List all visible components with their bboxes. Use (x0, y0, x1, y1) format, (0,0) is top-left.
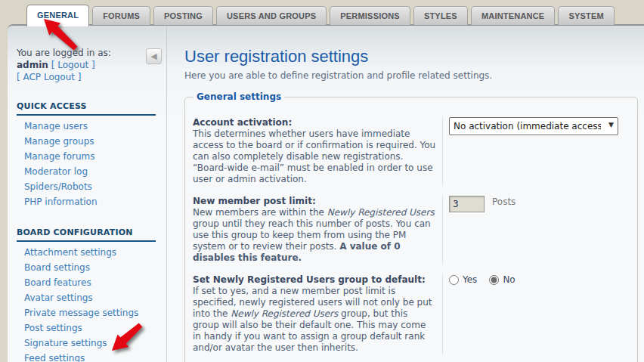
acp-logout-link[interactable]: [ ACP Logout ] (17, 72, 82, 82)
new-member-post-limit-desc: New members are within the Newly Registe… (193, 207, 436, 264)
tab-permissions[interactable]: PERMISSIONS (330, 6, 410, 25)
board-configuration-title: BOARD CONFIGURATION (17, 227, 156, 242)
tab-system[interactable]: SYSTEM (558, 6, 614, 25)
acp-panel: ◀ You are logged in as: admin [ Logout ]… (8, 24, 644, 362)
sidebar-item-moderator-log[interactable]: Moderator log (17, 164, 156, 179)
sidebar-item-manage-forums[interactable]: Manage forums (17, 149, 156, 164)
annotation-arrow-user-registration-settings (104, 320, 147, 358)
sidebar-item-board-features[interactable]: Board features (17, 275, 156, 290)
new-member-post-limit-input[interactable] (449, 196, 485, 212)
sidebar-item-attachment-settings[interactable]: Attachment settings (17, 245, 156, 260)
row-new-member-post-limit: New member post limit: New members are w… (193, 196, 630, 264)
set-default-group-desc: If set to yes, and a new member post lim… (193, 286, 436, 354)
set-default-no-option[interactable]: No (489, 274, 515, 285)
logout-link[interactable]: [ Logout ] (51, 60, 95, 70)
quick-access-section: QUICK ACCESS Manage users Manage groups … (17, 101, 156, 209)
sidebar-item-spiders-robots[interactable]: Spiders/Robots (17, 179, 156, 194)
set-default-no-radio[interactable] (489, 275, 499, 285)
page-title: User registration settings (184, 47, 639, 67)
sidebar-item-private-message-settings[interactable]: Private message settings (17, 305, 156, 320)
annotation-arrow-general-tab (38, 14, 80, 53)
general-settings-legend: General settings (194, 91, 284, 102)
row-account-activation: Account activation: This determines whet… (193, 117, 630, 185)
new-member-post-limit-label: New member post limit: (193, 196, 436, 207)
row-set-newly-registered-default: Set Newly Registered Users group to defa… (193, 274, 630, 354)
collapse-sidebar-button[interactable]: ◀ (146, 48, 162, 64)
general-settings-fieldset: General settings Account activation: Thi… (184, 91, 638, 362)
set-default-group-label: Set Newly Registered Users group to defa… (193, 274, 436, 286)
sidebar-item-avatar-settings[interactable]: Avatar settings (17, 290, 156, 305)
sidebar-item-manage-groups[interactable]: Manage groups (17, 134, 156, 149)
sidebar-item-board-settings[interactable]: Board settings (17, 260, 156, 275)
acp-tab-bar: GENERAL FORUMS POSTING USERS AND GROUPS … (26, 5, 644, 25)
tab-forums[interactable]: FORUMS (92, 6, 150, 25)
account-activation-label: Account activation: (193, 117, 436, 128)
quick-access-title: QUICK ACCESS (17, 101, 156, 116)
tab-posting[interactable]: POSTING (153, 6, 213, 25)
sidebar: ◀ You are logged in as: admin [ Logout ]… (8, 26, 167, 362)
page-subtitle: Here you are able to define registration… (184, 70, 639, 81)
set-default-yes-radio[interactable] (449, 275, 459, 285)
posts-unit-label: Posts (492, 196, 516, 207)
tab-styles[interactable]: STYLES (413, 6, 468, 25)
set-default-yes-option[interactable]: Yes (449, 274, 477, 285)
account-activation-select[interactable]: No activation (immediate access) (449, 117, 618, 135)
logged-in-username: admin (17, 60, 48, 70)
main-content: User registration settings Here you are … (168, 26, 644, 362)
tab-users-and-groups[interactable]: USERS AND GROUPS (216, 6, 327, 25)
sidebar-item-php-information[interactable]: PHP information (17, 194, 156, 209)
sidebar-item-manage-users[interactable]: Manage users (17, 119, 156, 134)
tab-maintenance[interactable]: MAINTENANCE (471, 6, 555, 25)
collapse-sidebar-icon: ◀ (150, 51, 156, 61)
account-activation-desc: This determines whether users have immed… (193, 128, 436, 185)
